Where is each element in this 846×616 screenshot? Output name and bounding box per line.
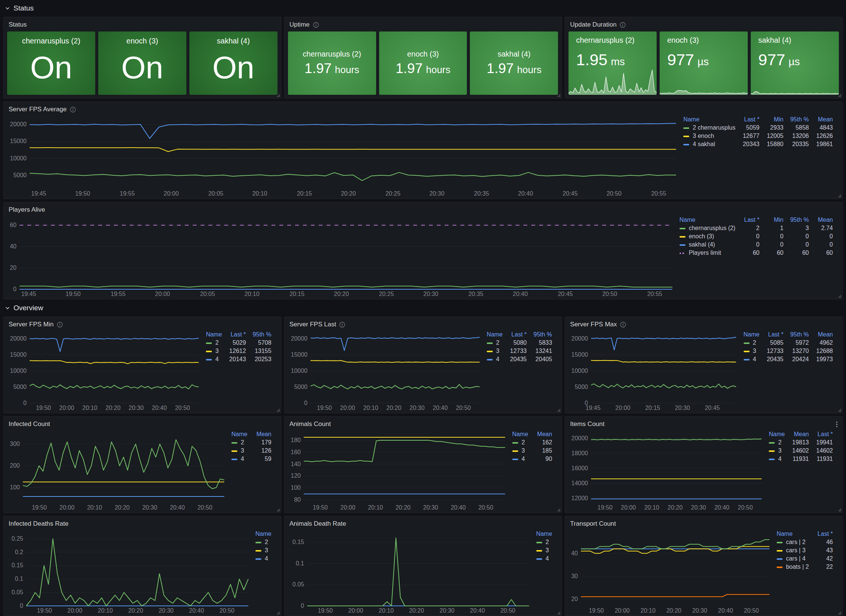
legend-row[interactable]: 31460214602	[765, 447, 836, 455]
legend-row[interactable]: enoch (3)0000	[676, 232, 836, 241]
panel-title[interactable]: Server FPS Last	[290, 321, 336, 328]
transport-count-chart[interactable]: 20304019:5020:0020:1020:2020:3020:4020:5…	[567, 529, 772, 615]
legend-row[interactable]: 21981319941	[765, 438, 836, 447]
legend-row[interactable]: 4	[533, 555, 556, 563]
legend-row[interactable]: 42014320253	[202, 355, 275, 363]
legend-series-name[interactable]: 3	[509, 447, 532, 455]
server-fps-min-chart[interactable]: 0500010000150002000019:5020:0020:1020:20…	[6, 330, 201, 412]
legend-series-name[interactable]: 3	[533, 546, 556, 555]
legend-row[interactable]: 3127331327012688	[740, 347, 837, 355]
section-header-status[interactable]: Status	[3, 3, 843, 14]
panel-title[interactable]: Infected Deaths Rate	[9, 520, 69, 528]
server-fps-max-chart[interactable]: 0500010000150002000019:4520:0020:1520:30…	[567, 330, 738, 412]
infected-count-chart[interactable]: 10020030019:5020:0020:1020:2020:3020:402…	[6, 429, 226, 512]
legend-column-header[interactable]: Name	[533, 530, 556, 538]
panel-title[interactable]: Status	[9, 21, 27, 28]
legend-row[interactable]: 2162	[509, 438, 556, 447]
legend-series-name[interactable]: cars | 3	[773, 546, 812, 555]
legend-series-name[interactable]: cars | 2	[773, 538, 812, 546]
legend-column-header[interactable]: Name	[228, 430, 251, 438]
legend-series-name[interactable]: 3	[765, 447, 788, 455]
info-icon[interactable]	[57, 321, 63, 328]
legend-row[interactable]: 31261213155	[202, 347, 275, 355]
legend-series-name[interactable]: 2	[533, 538, 556, 546]
panel-title[interactable]: Uptime	[290, 21, 310, 28]
legend-series-name[interactable]: 4	[483, 355, 506, 363]
legend-series-name[interactable]: sakhal (4)	[676, 241, 739, 249]
legend-row[interactable]: 3126	[228, 447, 275, 455]
legend-row[interactable]: chernarusplus (2)2132.74	[676, 224, 836, 232]
legend-series-name[interactable]: 4	[252, 555, 275, 563]
legend-column-header[interactable]: Mean	[812, 115, 836, 124]
panel-title[interactable]: Infected Count	[9, 420, 50, 428]
legend-column-header[interactable]: 95th %	[787, 330, 812, 339]
legend-row[interactable]: sakhal (4)0000	[676, 241, 836, 249]
legend-series-name[interactable]: 3	[228, 447, 251, 455]
legend-column-header[interactable]: 95th %	[787, 115, 812, 124]
legend-column-header[interactable]: Last *	[739, 216, 763, 224]
legend-series-name[interactable]: boats | 2	[773, 563, 812, 571]
legend-row[interactable]: 42043520405	[483, 355, 556, 363]
legend-row[interactable]: 3 enoch12677120051320612626	[680, 132, 836, 140]
legend-series-name[interactable]: 2 chernarusplus	[680, 124, 739, 132]
chevron-down-icon[interactable]	[5, 305, 10, 311]
legend-series-name[interactable]: 2	[740, 339, 763, 347]
legend-series-name[interactable]: 2	[509, 438, 532, 447]
legend-row[interactable]: 41193111931	[765, 455, 836, 463]
legend-row[interactable]: 2	[252, 538, 275, 546]
legend-series-name[interactable]: 3	[483, 347, 506, 355]
info-icon[interactable]	[620, 22, 626, 28]
legend-column-header[interactable]: Min	[763, 115, 787, 124]
panel-title[interactable]: Server FPS Average	[9, 106, 67, 113]
legend-series-name[interactable]: 4	[533, 555, 556, 563]
legend-series-name[interactable]: 2	[765, 438, 788, 447]
legend-series-name[interactable]: 3 enoch	[680, 132, 739, 140]
legend-column-header[interactable]: Name	[202, 330, 225, 339]
legend-row[interactable]: 3	[252, 546, 275, 555]
legend-series-name[interactable]: 4	[740, 355, 763, 363]
legend-series-name[interactable]: 2	[483, 339, 506, 347]
legend-series-name[interactable]: 4	[509, 455, 532, 463]
legend-row[interactable]: 3	[533, 546, 556, 555]
legend-row[interactable]: 2 chernarusplus5059293358584843	[680, 124, 836, 132]
chevron-down-icon[interactable]	[5, 6, 10, 11]
legend-column-header[interactable]: Name	[483, 330, 506, 339]
legend-column-header[interactable]: Last *	[739, 115, 763, 124]
server-fps-last-chart[interactable]: 0500010000150002000019:5020:0020:1020:20…	[287, 330, 482, 412]
legend-column-header[interactable]: Last *	[225, 330, 249, 339]
panel-title[interactable]: Update Duration	[570, 21, 616, 28]
legend-column-header[interactable]: Name	[765, 430, 788, 438]
legend-series-name[interactable]: 4	[765, 455, 788, 463]
panel-title[interactable]: Server FPS Min	[9, 321, 54, 328]
section-title[interactable]: Overview	[14, 304, 43, 312]
players-alive-chart[interactable]: 020406019:4519:5019:5520:0020:0520:1020:…	[6, 215, 675, 298]
legend-series-name[interactable]: 2	[228, 438, 251, 447]
legend-column-header[interactable]: Mean	[531, 430, 555, 438]
section-title[interactable]: Status	[14, 4, 34, 12]
legend-row[interactable]: 250295708	[202, 339, 275, 347]
legend-column-header[interactable]: Name	[252, 530, 275, 538]
animals-death-rate-chart[interactable]: 00.050.10.1519:5020:0020:1020:2020:3020:…	[287, 529, 531, 615]
legend-row[interactable]: cars | 246	[773, 538, 836, 546]
legend-series-name[interactable]: cars | 4	[773, 555, 812, 563]
panel-title[interactable]: Items Count	[570, 420, 604, 428]
info-icon[interactable]	[70, 106, 76, 113]
legend-row[interactable]: boats | 222	[773, 563, 836, 571]
legend-column-header[interactable]: 95th %	[249, 330, 275, 339]
legend-column-header[interactable]: Last *	[763, 330, 787, 339]
section-header-overview[interactable]: Overview	[3, 302, 843, 314]
legend-series-name[interactable]: 4	[202, 355, 225, 363]
legend-column-header[interactable]: Mean	[788, 430, 812, 438]
legend-row[interactable]: cars | 442	[773, 555, 836, 563]
legend-column-header[interactable]: Name	[676, 216, 739, 224]
legend-column-header[interactable]: Name	[773, 530, 812, 538]
legend-row[interactable]: 4204352042419973	[740, 355, 837, 363]
server-fps-average-chart[interactable]: 500010000150002000019:4519:5019:5520:002…	[6, 115, 678, 198]
legend-column-header[interactable]: Mean	[812, 216, 836, 224]
panel-title[interactable]: Transport Count	[570, 520, 616, 528]
legend-row[interactable]: 2	[533, 538, 556, 546]
legend-column-header[interactable]: Last *	[812, 530, 836, 538]
legend-series-name[interactable]: 3	[202, 347, 225, 355]
info-icon[interactable]	[339, 321, 345, 328]
legend-column-header[interactable]: Name	[680, 115, 739, 124]
